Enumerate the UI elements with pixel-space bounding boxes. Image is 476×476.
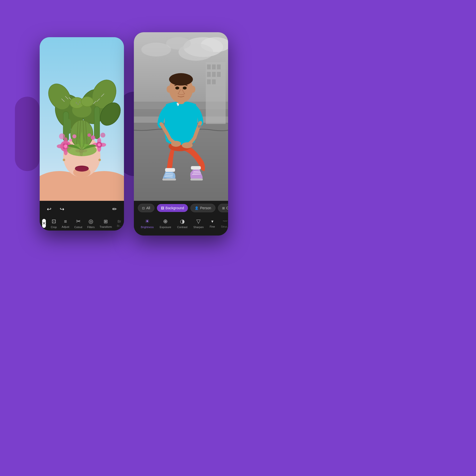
svg-point-80 — [182, 142, 193, 148]
filters-label: Filters — [87, 226, 95, 229]
chip-background[interactable]: 🖼 Background — [157, 204, 188, 212]
toolbar-actions-row: ↩ ↪ ✏ — [40, 203, 124, 216]
sharpen-label: Sharpen — [193, 226, 204, 229]
left-toolbar: ↩ ↪ ✏ ✕ ⊡ Crop ≡ Adjust ✂ Cutout — [40, 201, 124, 231]
svg-rect-27 — [94, 107, 100, 139]
svg-point-30 — [81, 97, 93, 107]
svg-rect-72 — [217, 64, 221, 69]
svg-rect-71 — [212, 64, 216, 69]
chip-object-icon: ⊞ — [222, 206, 225, 210]
svg-point-8 — [98, 159, 101, 161]
redo-button[interactable]: ↪ — [58, 205, 66, 214]
undo-button[interactable]: ↩ — [45, 205, 54, 214]
svg-point-36 — [64, 145, 67, 148]
svg-point-39 — [57, 144, 64, 148]
tool-transform[interactable]: ⊞ Transform — [97, 217, 115, 230]
tool-fine[interactable]: ▾ Fine — [207, 217, 218, 230]
svg-point-32 — [79, 102, 80, 103]
chip-person[interactable]: 👤 Person — [190, 204, 215, 212]
brush-icon: Br — [118, 219, 121, 223]
cutout-label: Cutout — [74, 226, 82, 229]
chip-all-label: All — [146, 206, 150, 210]
svg-rect-77 — [212, 79, 216, 84]
transform-label: Transform — [100, 225, 112, 228]
svg-rect-76 — [207, 79, 211, 84]
svg-point-55 — [69, 139, 72, 142]
svg-rect-75 — [217, 72, 221, 77]
structure-icon: 〰 — [223, 219, 227, 224]
svg-point-7 — [63, 159, 65, 161]
svg-rect-73 — [207, 72, 211, 77]
svg-rect-74 — [212, 72, 216, 77]
brightness-icon: ☀ — [145, 218, 150, 225]
chip-person-label: Person — [200, 206, 211, 210]
svg-point-57 — [59, 133, 65, 139]
tool-filters[interactable]: ◎ Filters — [85, 217, 97, 230]
adjust-tools-row: ☀ Brightness ⊕ Exposure ◑ Contrast ▽ Sha… — [134, 215, 228, 232]
brightness-label: Brightness — [141, 226, 154, 229]
tool-adjust[interactable]: ≡ Adjust — [59, 217, 72, 230]
tool-brush[interactable]: Br Br... — [115, 218, 124, 229]
exposure-label: Exposure — [160, 226, 171, 229]
close-button[interactable]: ✕ — [42, 219, 46, 228]
chip-object[interactable]: ⊞ Object — [218, 204, 228, 212]
svg-point-87 — [175, 87, 179, 89]
tool-structure[interactable]: 〰 Struc... — [218, 217, 228, 230]
svg-rect-26 — [66, 119, 71, 134]
svg-point-88 — [183, 87, 187, 89]
bw-scene-svg — [134, 32, 228, 201]
contrast-label: Contrast — [177, 226, 187, 229]
chip-object-label: Object — [226, 206, 228, 210]
svg-rect-70 — [207, 64, 211, 69]
brush-label: Br... — [117, 224, 122, 227]
erase-button[interactable]: ✏ — [110, 205, 119, 214]
left-photo-area — [40, 37, 124, 201]
tool-crop[interactable]: ⊡ Crop — [48, 217, 59, 230]
cutout-icon: ✂ — [76, 218, 81, 225]
crop-icon: ⊡ — [52, 218, 56, 225]
tools-row: ✕ ⊡ Crop ≡ Adjust ✂ Cutout ◎ Filters — [40, 216, 124, 231]
right-photo-area — [134, 32, 228, 201]
crop-label: Crop — [51, 226, 57, 229]
tool-contrast[interactable]: ◑ Contrast — [174, 217, 190, 230]
adjust-label: Adjust — [62, 225, 69, 228]
svg-point-31 — [78, 104, 79, 105]
svg-point-37 — [64, 137, 68, 144]
svg-rect-98 — [191, 166, 201, 170]
phones-container: ↩ ↪ ✏ ✕ ⊡ Crop ≡ Adjust ✂ Cutout — [40, 32, 228, 236]
adjust-icon: ≡ — [64, 219, 67, 224]
exposure-icon: ⊕ — [163, 218, 168, 225]
sharpen-icon: ▽ — [196, 218, 201, 225]
cactus-scene-svg — [40, 37, 124, 201]
svg-point-86 — [190, 86, 195, 93]
tool-sharpen[interactable]: ▽ Sharpen — [190, 217, 207, 230]
transform-icon: ⊞ — [104, 218, 108, 224]
right-toolbar: ⊡ All 🖼 Background 👤 Person ⊞ Object — [134, 201, 228, 236]
svg-point-54 — [88, 133, 91, 137]
tool-cutout[interactable]: ✂ Cutout — [72, 217, 85, 230]
svg-point-84 — [169, 73, 193, 86]
svg-point-58 — [100, 133, 105, 138]
chip-background-icon: 🖼 — [161, 206, 164, 210]
svg-rect-89 — [162, 178, 176, 180]
contrast-icon: ◑ — [180, 218, 185, 225]
bg-arch-left — [15, 97, 40, 171]
selection-chips-row: ⊡ All 🖼 Background 👤 Person ⊞ Object — [134, 201, 228, 215]
fine-label: Fine — [210, 225, 215, 228]
chip-all[interactable]: ⊡ All — [138, 204, 154, 212]
svg-rect-81 — [198, 125, 201, 128]
chip-person-icon: 👤 — [195, 206, 199, 210]
phone-left: ↩ ↪ ✏ ✕ ⊡ Crop ≡ Adjust ✂ Cutout — [40, 37, 124, 231]
svg-rect-69 — [206, 62, 226, 124]
svg-point-64 — [141, 43, 171, 57]
fine-icon: ▾ — [211, 219, 213, 224]
chip-all-icon: ⊡ — [142, 206, 145, 210]
tool-brightness[interactable]: ☀ Brightness — [138, 217, 157, 230]
svg-point-79 — [171, 141, 181, 147]
tool-exposure[interactable]: ⊕ Exposure — [157, 217, 174, 230]
svg-rect-97 — [165, 168, 175, 172]
structure-label: Struc... — [221, 225, 228, 228]
svg-point-85 — [167, 86, 172, 93]
phone-right: ⊡ All 🖼 Background 👤 Person ⊞ Object — [134, 32, 228, 236]
svg-point-56 — [91, 135, 95, 140]
